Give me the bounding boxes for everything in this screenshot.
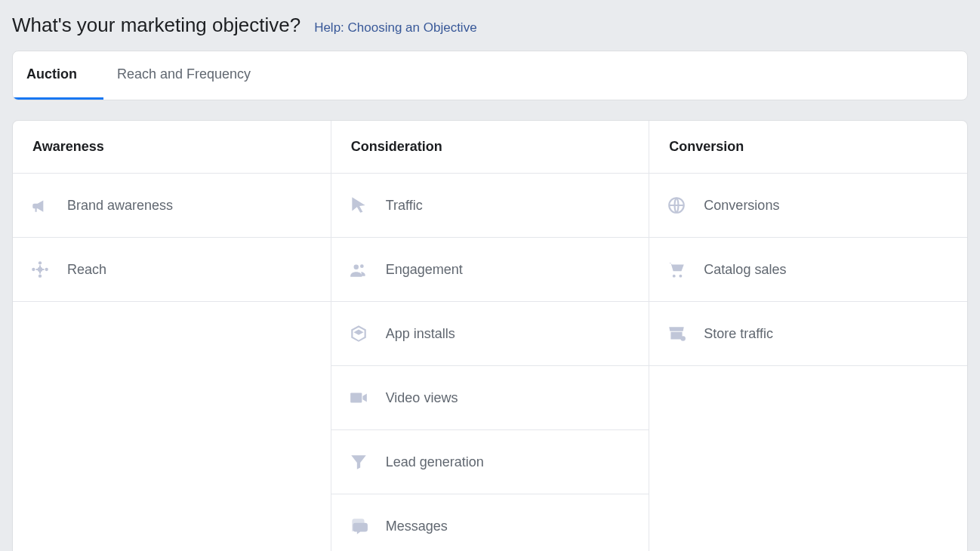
tab-auction[interactable]: Auction: [13, 51, 103, 100]
funnel-icon: [348, 451, 369, 473]
svg-point-2: [45, 268, 48, 271]
svg-point-11: [681, 336, 686, 341]
objective-engagement[interactable]: Engagement: [331, 238, 649, 302]
tab-reach-frequency[interactable]: Reach and Frequency: [103, 51, 277, 100]
column-header-conversion: Conversion: [649, 121, 967, 174]
objective-app-installs[interactable]: App installs: [331, 302, 649, 366]
objective-label: Lead generation: [386, 454, 484, 470]
page-title: What's your marketing objective?: [12, 14, 300, 37]
objective-store-traffic[interactable]: Store traffic: [649, 302, 967, 366]
svg-point-4: [39, 275, 42, 278]
column-consideration: Consideration Traffic Engagement App ins…: [331, 121, 650, 551]
column-header-consideration: Consideration: [331, 121, 649, 174]
megaphone-icon: [29, 195, 51, 216]
svg-point-10: [680, 275, 683, 278]
video-icon: [348, 387, 369, 408]
people-icon: [348, 259, 369, 280]
cart-icon: [666, 259, 687, 280]
buying-type-tabs: Auction Reach and Frequency: [12, 51, 968, 100]
objective-label: App installs: [386, 326, 455, 342]
column-conversion: Conversion Conversions Catalog sales Sto…: [649, 121, 967, 551]
chat-icon: [348, 516, 369, 537]
network-icon: [29, 259, 51, 280]
svg-point-5: [353, 265, 359, 270]
objective-lead-generation[interactable]: Lead generation: [331, 430, 649, 494]
cursor-icon: [348, 195, 369, 216]
box-icon: [348, 323, 369, 344]
objective-label: Conversions: [704, 198, 779, 214]
store-icon: [666, 323, 687, 344]
page-header: What's your marketing objective? Help: C…: [12, 9, 968, 51]
objective-brand-awareness[interactable]: Brand awareness: [13, 174, 331, 238]
column-awareness: Awareness Brand awareness Reach: [13, 121, 331, 551]
objectives-grid: Awareness Brand awareness Reach Consider…: [12, 120, 968, 551]
svg-point-9: [673, 275, 676, 278]
objective-messages[interactable]: Messages: [331, 494, 649, 551]
objective-label: Brand awareness: [67, 198, 173, 214]
globe-icon: [666, 195, 687, 216]
objective-reach[interactable]: Reach: [13, 238, 331, 302]
objective-video-views[interactable]: Video views: [331, 366, 649, 430]
objective-label: Messages: [386, 519, 448, 534]
help-link[interactable]: Help: Choosing an Objective: [314, 20, 476, 35]
objective-label: Store traffic: [704, 326, 773, 342]
objective-label: Traffic: [386, 198, 423, 214]
svg-point-3: [39, 261, 42, 264]
svg-point-1: [32, 268, 35, 271]
objective-catalog-sales[interactable]: Catalog sales: [649, 238, 967, 302]
svg-rect-7: [350, 393, 362, 403]
objective-label: Engagement: [386, 262, 463, 278]
objective-label: Reach: [67, 262, 106, 278]
objective-conversions[interactable]: Conversions: [649, 174, 967, 238]
objective-label: Catalog sales: [704, 262, 786, 278]
objective-label: Video views: [386, 390, 458, 406]
column-header-awareness: Awareness: [13, 121, 331, 174]
svg-point-6: [360, 264, 364, 268]
objective-traffic[interactable]: Traffic: [331, 174, 649, 238]
